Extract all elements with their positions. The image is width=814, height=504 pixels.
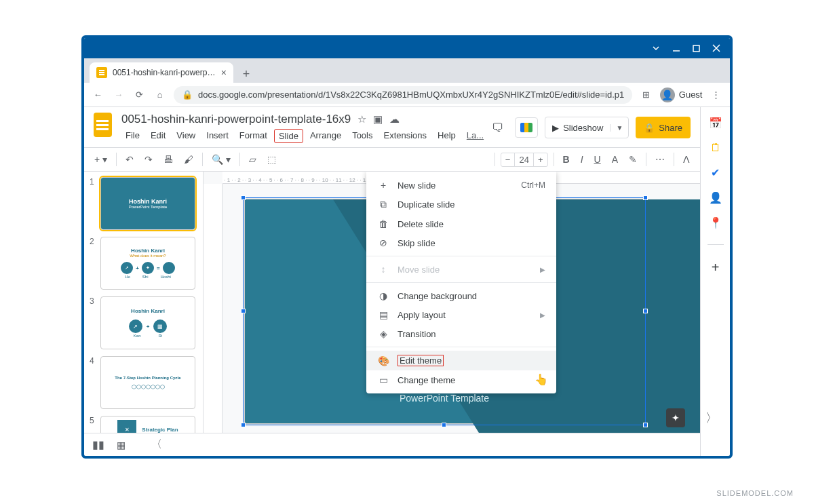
install-app-icon[interactable]: ⊞ <box>639 90 653 100</box>
select-tool[interactable]: ▱ <box>246 152 260 167</box>
url-text: docs.google.com/presentation/d/1Vs8x22C3… <box>198 90 624 100</box>
document-title[interactable]: 0051-hoshin-kanri-powerpoint-template-16… <box>121 113 351 126</box>
contacts-icon[interactable]: 👤 <box>709 191 722 204</box>
nav-back-button[interactable]: ← <box>91 90 105 100</box>
menu-help[interactable]: Help <box>433 129 460 143</box>
paint-format-button[interactable]: 🖌 <box>180 152 197 167</box>
layout-icon: ▤ <box>377 309 389 320</box>
menu-file[interactable]: File <box>121 129 144 143</box>
cloud-status-icon[interactable]: ☁ <box>389 113 400 125</box>
menu-item-delete-slide[interactable]: 🗑Delete slide <box>366 214 556 233</box>
thumb-number: 5 <box>90 416 96 433</box>
meet-button[interactable] <box>515 117 538 138</box>
slideshow-label: Slideshow <box>563 123 603 133</box>
menu-item-duplicate-slide[interactable]: ⧉Duplicate slide <box>366 195 556 214</box>
lock-icon: 🔒 <box>644 123 655 133</box>
collapse-toolbar-button[interactable]: ᐱ <box>680 152 693 167</box>
menu-item-edit-theme[interactable]: 🎨Edit theme <box>366 351 556 370</box>
highlight-button[interactable]: ✎ <box>625 152 640 167</box>
menu-extensions[interactable]: Extensions <box>379 129 431 143</box>
window-close-button[interactable] <box>712 44 720 52</box>
menu-item-new-slide[interactable]: +New slideCtrl+M <box>366 176 556 195</box>
slide-menu-dropdown: +New slideCtrl+M ⧉Duplicate slide 🗑Delet… <box>366 172 556 393</box>
menu-item-change-theme[interactable]: ▭Change theme <box>366 370 556 389</box>
thumb-number: 1 <box>90 177 96 230</box>
slides-favicon-icon <box>96 67 107 78</box>
font-size-control[interactable]: − 24 + <box>501 153 548 167</box>
menu-slide[interactable]: Slide <box>274 129 303 143</box>
keep-icon[interactable]: 🗒 <box>710 142 721 154</box>
profile-button[interactable]: 👤 Guest <box>660 88 703 102</box>
menu-arrange[interactable]: Arrange <box>306 129 345 143</box>
move-icon: ↕ <box>377 264 389 275</box>
font-increase-button[interactable]: + <box>534 153 547 166</box>
collapse-filmstrip-button[interactable]: 〈 <box>151 438 162 452</box>
slideshow-button[interactable]: ▶Slideshow ▼ <box>545 117 629 138</box>
palette-icon: 🎨 <box>377 355 389 366</box>
maps-icon[interactable]: 📍 <box>709 216 722 229</box>
slide-filmstrip: 1 Hoshin KanriPowerPoint Template 2 Hosh… <box>84 172 204 433</box>
slide-thumb-5[interactable]: ✕Strategic Plan <box>100 416 195 433</box>
slide-canvas-area[interactable]: · 1 · · 2 · · 3 · · 4 · · 5 · · 6 · · 7 … <box>204 172 700 433</box>
bold-button[interactable]: B <box>560 152 573 167</box>
slideshow-dropdown-button[interactable]: ▼ <box>610 124 628 132</box>
move-folder-icon[interactable]: ▣ <box>373 113 383 125</box>
plus-icon: + <box>377 180 389 191</box>
tab-close-icon[interactable]: × <box>221 67 227 78</box>
textbox-tool[interactable]: ⬚ <box>264 152 279 167</box>
slides-logo-icon[interactable] <box>94 113 112 137</box>
comments-button[interactable]: 🗨 <box>488 121 508 135</box>
slide-thumb-1[interactable]: Hoshin KanriPowerPoint Template <box>100 177 195 230</box>
menu-item-apply-layout[interactable]: ▤Apply layout▶ <box>366 305 556 324</box>
addons-button[interactable]: + <box>712 260 720 275</box>
menu-format[interactable]: Format <box>235 129 271 143</box>
browser-tabstrip: 0051-hoshin-kanri-powerpoint-t × + <box>84 58 730 83</box>
filmstrip-view-button[interactable]: ▮▮ <box>92 438 104 451</box>
tasks-icon[interactable]: ✔ <box>711 166 720 179</box>
transition-icon: ◈ <box>377 328 389 339</box>
browser-tab[interactable]: 0051-hoshin-kanri-powerpoint-t × <box>90 62 233 83</box>
address-bar[interactable]: 🔒 docs.google.com/presentation/d/1Vs8x22… <box>174 86 632 104</box>
slide-thumb-4[interactable]: The 7-Step Hoshin Planning Cycle⬡⬡⬡⬡⬡⬡⬡ <box>100 356 195 409</box>
new-tab-button[interactable]: + <box>237 65 255 83</box>
redo-button[interactable]: ↷ <box>141 152 156 167</box>
menu-view[interactable]: View <box>172 129 199 143</box>
star-icon[interactable]: ☆ <box>357 113 366 125</box>
share-button[interactable]: 🔒 Share <box>636 117 691 138</box>
more-tools-button[interactable]: ⋯ <box>652 152 668 167</box>
menu-edit[interactable]: Edit <box>147 129 170 143</box>
print-button[interactable]: 🖶 <box>160 152 176 167</box>
menu-bar: File Edit View Insert Format Slide Arran… <box>121 129 488 143</box>
menu-item-transition[interactable]: ◈Transition <box>366 324 556 343</box>
nav-forward-button[interactable]: → <box>112 90 126 100</box>
undo-button[interactable]: ↶ <box>122 152 137 167</box>
watermark: SLIDEMODEL.COM <box>716 489 794 497</box>
calendar-icon[interactable]: 📅 <box>709 117 722 130</box>
zoom-button[interactable]: 🔍 ▾ <box>208 152 234 167</box>
nav-home-button[interactable]: ⌂ <box>153 90 168 100</box>
italic-button[interactable]: I <box>577 152 587 167</box>
menu-tools[interactable]: Tools <box>348 129 376 143</box>
menu-item-skip-slide[interactable]: ⊘Skip slide <box>366 233 556 252</box>
window-maximize-button[interactable] <box>693 45 700 52</box>
window-chevron-icon[interactable] <box>652 44 660 52</box>
menu-insert[interactable]: Insert <box>202 129 233 143</box>
menu-last-edit[interactable]: La... <box>463 129 488 143</box>
menu-item-change-background[interactable]: ◑Change background <box>366 286 556 305</box>
font-decrease-button[interactable]: − <box>501 153 515 166</box>
nav-reload-button[interactable]: ⟳ <box>132 90 147 100</box>
new-slide-button[interactable]: + ▾ <box>91 152 111 167</box>
grid-view-button[interactable]: ▦ <box>117 440 125 450</box>
text-color-button[interactable]: A <box>608 152 621 167</box>
side-panel-chevron-button[interactable]: 〉 <box>705 410 718 426</box>
browser-menu-button[interactable]: ⋮ <box>709 90 723 100</box>
menu-item-move-slide: ↕Move slide▶ <box>366 260 556 279</box>
slide-thumb-2[interactable]: Hoshin KanriWhat does it mean?↗+✦=HoShiH… <box>100 237 195 290</box>
underline-button[interactable]: U <box>591 152 604 167</box>
slide-thumb-3[interactable]: Hoshin Kanri↗+▦KanRi <box>100 296 195 349</box>
font-size-value[interactable]: 24 <box>514 153 533 166</box>
explore-button[interactable]: ✦ <box>666 408 685 427</box>
thumb-number: 3 <box>90 296 96 349</box>
window-minimize-button[interactable] <box>672 44 680 52</box>
skip-icon: ⊘ <box>377 237 389 248</box>
